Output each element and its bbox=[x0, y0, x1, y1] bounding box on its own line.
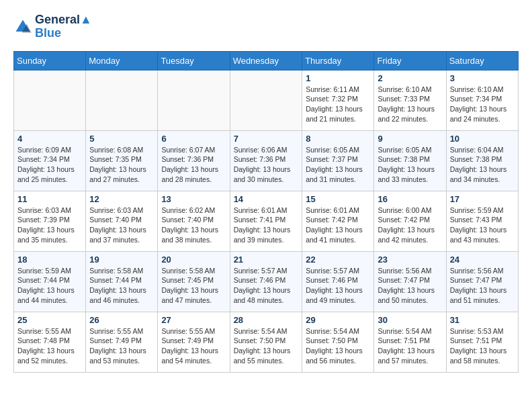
day-info: Sunrise: 6:08 AM Sunset: 7:35 PM Dayligh… bbox=[89, 145, 154, 185]
day-number: 29 bbox=[306, 315, 370, 325]
logo: General▲ Blue bbox=[13, 13, 92, 40]
weekday-sunday: Sunday bbox=[14, 51, 86, 70]
calendar-cell: 31Sunrise: 5:53 AM Sunset: 7:51 PM Dayli… bbox=[446, 312, 518, 372]
day-info: Sunrise: 5:54 AM Sunset: 7:50 PM Dayligh… bbox=[306, 326, 370, 366]
calendar-cell: 11Sunrise: 6:03 AM Sunset: 7:39 PM Dayli… bbox=[14, 191, 86, 251]
day-number: 31 bbox=[450, 315, 515, 325]
calendar-cell: 22Sunrise: 5:57 AM Sunset: 7:46 PM Dayli… bbox=[302, 251, 374, 312]
calendar-cell: 8Sunrise: 6:05 AM Sunset: 7:37 PM Daylig… bbox=[302, 130, 374, 191]
day-number: 10 bbox=[450, 134, 515, 144]
calendar-cell: 29Sunrise: 5:54 AM Sunset: 7:50 PM Dayli… bbox=[302, 312, 374, 372]
day-number: 2 bbox=[378, 73, 442, 83]
day-number: 1 bbox=[306, 73, 370, 83]
calendar-week-1: 1Sunrise: 6:11 AM Sunset: 7:32 PM Daylig… bbox=[14, 70, 519, 130]
calendar-cell: 24Sunrise: 5:56 AM Sunset: 7:47 PM Dayli… bbox=[446, 251, 518, 312]
day-info: Sunrise: 5:56 AM Sunset: 7:47 PM Dayligh… bbox=[378, 266, 442, 306]
calendar-cell: 9Sunrise: 6:05 AM Sunset: 7:38 PM Daylig… bbox=[374, 130, 446, 191]
day-info: Sunrise: 6:05 AM Sunset: 7:37 PM Dayligh… bbox=[306, 145, 370, 185]
day-info: Sunrise: 5:57 AM Sunset: 7:46 PM Dayligh… bbox=[306, 266, 370, 306]
page-header: General▲ Blue bbox=[13, 13, 519, 40]
day-number: 4 bbox=[17, 134, 82, 144]
calendar-cell: 4Sunrise: 6:09 AM Sunset: 7:34 PM Daylig… bbox=[14, 130, 86, 191]
day-number: 14 bbox=[234, 194, 299, 204]
day-info: Sunrise: 6:06 AM Sunset: 7:36 PM Dayligh… bbox=[234, 145, 299, 185]
day-info: Sunrise: 6:10 AM Sunset: 7:33 PM Dayligh… bbox=[378, 85, 442, 124]
day-number: 28 bbox=[234, 315, 299, 325]
weekday-thursday: Thursday bbox=[302, 51, 374, 70]
day-info: Sunrise: 5:53 AM Sunset: 7:51 PM Dayligh… bbox=[450, 326, 515, 366]
day-number: 20 bbox=[161, 255, 226, 265]
day-info: Sunrise: 6:09 AM Sunset: 7:34 PM Dayligh… bbox=[17, 145, 82, 185]
day-number: 30 bbox=[378, 315, 442, 325]
day-info: Sunrise: 6:01 AM Sunset: 7:41 PM Dayligh… bbox=[234, 205, 299, 245]
day-info: Sunrise: 6:07 AM Sunset: 7:36 PM Dayligh… bbox=[161, 145, 226, 185]
calendar-cell: 19Sunrise: 5:58 AM Sunset: 7:44 PM Dayli… bbox=[86, 251, 158, 312]
calendar-week-4: 18Sunrise: 5:59 AM Sunset: 7:44 PM Dayli… bbox=[14, 251, 519, 312]
day-number: 22 bbox=[306, 255, 370, 265]
day-number: 25 bbox=[17, 315, 82, 325]
weekday-friday: Friday bbox=[374, 51, 446, 70]
day-info: Sunrise: 6:10 AM Sunset: 7:34 PM Dayligh… bbox=[450, 85, 515, 124]
day-info: Sunrise: 5:55 AM Sunset: 7:49 PM Dayligh… bbox=[89, 326, 154, 366]
calendar-cell: 2Sunrise: 6:10 AM Sunset: 7:33 PM Daylig… bbox=[374, 70, 446, 130]
calendar-cell: 13Sunrise: 6:02 AM Sunset: 7:40 PM Dayli… bbox=[158, 191, 230, 251]
day-number: 11 bbox=[17, 194, 82, 204]
calendar-cell: 10Sunrise: 6:04 AM Sunset: 7:38 PM Dayli… bbox=[446, 130, 518, 191]
day-info: Sunrise: 6:04 AM Sunset: 7:38 PM Dayligh… bbox=[450, 145, 515, 185]
day-info: Sunrise: 5:58 AM Sunset: 7:45 PM Dayligh… bbox=[161, 266, 226, 306]
day-info: Sunrise: 6:02 AM Sunset: 7:40 PM Dayligh… bbox=[161, 205, 226, 245]
calendar-cell: 18Sunrise: 5:59 AM Sunset: 7:44 PM Dayli… bbox=[14, 251, 86, 312]
calendar-cell: 17Sunrise: 5:59 AM Sunset: 7:43 PM Dayli… bbox=[446, 191, 518, 251]
calendar-cell: 16Sunrise: 6:00 AM Sunset: 7:42 PM Dayli… bbox=[374, 191, 446, 251]
calendar-cell: 15Sunrise: 6:01 AM Sunset: 7:42 PM Dayli… bbox=[302, 191, 374, 251]
day-info: Sunrise: 5:56 AM Sunset: 7:47 PM Dayligh… bbox=[450, 266, 515, 306]
weekday-saturday: Saturday bbox=[446, 51, 518, 70]
calendar-cell bbox=[14, 70, 86, 130]
logo-text: General▲ Blue bbox=[35, 13, 92, 40]
weekday-header-row: SundayMondayTuesdayWednesdayThursdayFrid… bbox=[14, 51, 519, 70]
calendar-cell: 1Sunrise: 6:11 AM Sunset: 7:32 PM Daylig… bbox=[302, 70, 374, 130]
day-info: Sunrise: 5:55 AM Sunset: 7:48 PM Dayligh… bbox=[17, 326, 82, 366]
calendar-week-2: 4Sunrise: 6:09 AM Sunset: 7:34 PM Daylig… bbox=[14, 130, 519, 191]
day-number: 18 bbox=[17, 255, 82, 265]
calendar-cell: 20Sunrise: 5:58 AM Sunset: 7:45 PM Dayli… bbox=[158, 251, 230, 312]
day-number: 7 bbox=[234, 134, 299, 144]
calendar-cell: 14Sunrise: 6:01 AM Sunset: 7:41 PM Dayli… bbox=[230, 191, 302, 251]
day-info: Sunrise: 6:03 AM Sunset: 7:39 PM Dayligh… bbox=[17, 205, 82, 245]
day-number: 8 bbox=[306, 134, 370, 144]
calendar-week-3: 11Sunrise: 6:03 AM Sunset: 7:39 PM Dayli… bbox=[14, 191, 519, 251]
calendar-cell: 3Sunrise: 6:10 AM Sunset: 7:34 PM Daylig… bbox=[446, 70, 518, 130]
calendar-cell bbox=[158, 70, 230, 130]
day-info: Sunrise: 6:05 AM Sunset: 7:38 PM Dayligh… bbox=[378, 145, 442, 185]
day-number: 12 bbox=[89, 194, 154, 204]
calendar-cell: 23Sunrise: 5:56 AM Sunset: 7:47 PM Dayli… bbox=[374, 251, 446, 312]
day-number: 19 bbox=[89, 255, 154, 265]
day-number: 9 bbox=[378, 134, 442, 144]
day-info: Sunrise: 6:01 AM Sunset: 7:42 PM Dayligh… bbox=[306, 205, 370, 245]
day-number: 16 bbox=[378, 194, 442, 204]
calendar-cell: 25Sunrise: 5:55 AM Sunset: 7:48 PM Dayli… bbox=[14, 312, 86, 372]
day-info: Sunrise: 6:03 AM Sunset: 7:40 PM Dayligh… bbox=[89, 205, 154, 245]
day-number: 13 bbox=[161, 194, 226, 204]
calendar-cell: 28Sunrise: 5:54 AM Sunset: 7:50 PM Dayli… bbox=[230, 312, 302, 372]
day-number: 17 bbox=[450, 194, 515, 204]
calendar-cell: 21Sunrise: 5:57 AM Sunset: 7:46 PM Dayli… bbox=[230, 251, 302, 312]
day-info: Sunrise: 5:55 AM Sunset: 7:49 PM Dayligh… bbox=[161, 326, 226, 366]
calendar-week-5: 25Sunrise: 5:55 AM Sunset: 7:48 PM Dayli… bbox=[14, 312, 519, 372]
calendar-cell: 26Sunrise: 5:55 AM Sunset: 7:49 PM Dayli… bbox=[86, 312, 158, 372]
calendar-table: SundayMondayTuesdayWednesdayThursdayFrid… bbox=[13, 51, 519, 373]
day-info: Sunrise: 6:11 AM Sunset: 7:32 PM Dayligh… bbox=[306, 85, 370, 124]
day-number: 6 bbox=[161, 134, 226, 144]
day-number: 26 bbox=[89, 315, 154, 325]
logo-icon bbox=[13, 17, 32, 36]
calendar-cell: 12Sunrise: 6:03 AM Sunset: 7:40 PM Dayli… bbox=[86, 191, 158, 251]
calendar-cell bbox=[230, 70, 302, 130]
weekday-monday: Monday bbox=[86, 51, 158, 70]
day-info: Sunrise: 5:57 AM Sunset: 7:46 PM Dayligh… bbox=[234, 266, 299, 306]
day-number: 27 bbox=[161, 315, 226, 325]
day-number: 5 bbox=[89, 134, 154, 144]
weekday-tuesday: Tuesday bbox=[158, 51, 230, 70]
calendar-cell bbox=[86, 70, 158, 130]
day-info: Sunrise: 5:59 AM Sunset: 7:44 PM Dayligh… bbox=[17, 266, 82, 306]
calendar-cell: 7Sunrise: 6:06 AM Sunset: 7:36 PM Daylig… bbox=[230, 130, 302, 191]
